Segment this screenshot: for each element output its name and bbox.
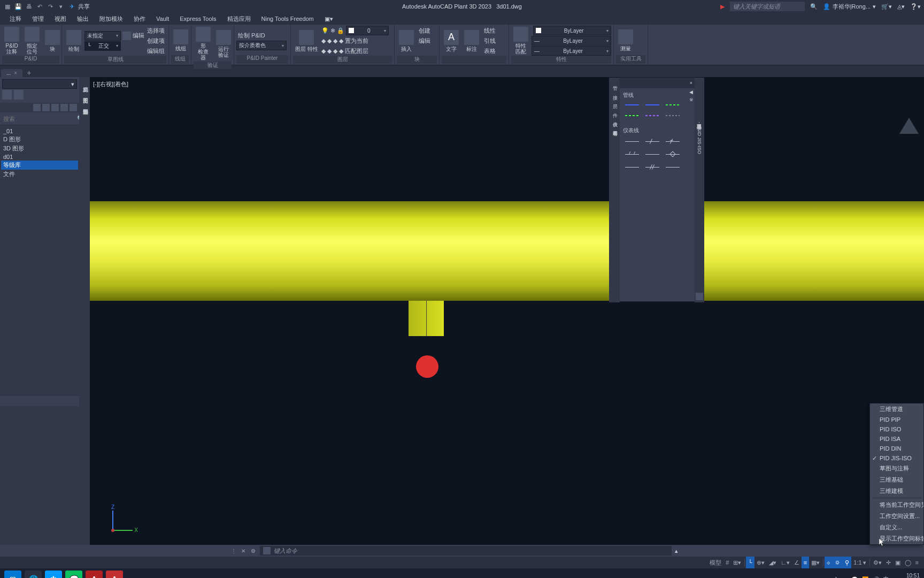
autocad-app[interactable]: A: [86, 571, 103, 578]
qat-new-icon[interactable]: ▦: [3, 2, 12, 11]
si3-icon[interactable]: [51, 104, 59, 111]
props-button[interactable]: 特性匹配: [511, 26, 530, 56]
palette-menu-icon[interactable]: ※: [689, 97, 694, 102]
ws-settings[interactable]: 工作空间设置...: [870, 511, 923, 522]
workspace-gear-icon[interactable]: ⚙▾: [871, 557, 884, 568]
ws-sketch[interactable]: 草图与注释: [870, 463, 923, 474]
tree-item[interactable]: 文件: [1, 170, 78, 179]
unspecified-combo[interactable]: 未指定▾: [84, 31, 121, 41]
tree-item[interactable]: d01: [1, 153, 78, 161]
xing-button[interactable]: 形检查器: [194, 26, 213, 62]
ws-pidjis[interactable]: PID JIS-ISO: [870, 453, 923, 463]
snap-icon[interactable]: ⊞▾: [731, 557, 743, 568]
user-account[interactable]: 👤 李裕华|Rong... ▾: [823, 3, 876, 11]
tree-item-selected[interactable]: 等级库: [1, 161, 78, 170]
tray-cloud-icon[interactable]: ☁: [842, 576, 847, 579]
osnap-icon[interactable]: ∟▾: [779, 557, 792, 568]
transparency-icon[interactable]: ▦▾: [809, 557, 822, 568]
sb-custom-icon[interactable]: ◯: [903, 557, 913, 568]
annoscale-icon[interactable]: ⛭: [833, 557, 843, 568]
palette-pin-icon[interactable]: ◀: [689, 89, 694, 95]
edit-icon[interactable]: [122, 32, 131, 40]
palette-props-icon[interactable]: [696, 293, 703, 300]
menu-express[interactable]: Express Tools: [174, 16, 221, 22]
project-tree[interactable]: _01 D 图形 3D 图形 d01 等级库 文件: [0, 125, 79, 395]
line-purple[interactable]: [645, 113, 659, 118]
edge-app[interactable]: 🌐: [25, 571, 42, 578]
ws-piddin[interactable]: PID DIN: [870, 444, 923, 453]
menu-output[interactable]: 输出: [72, 15, 94, 23]
insert-button[interactable]: 插入: [397, 29, 416, 53]
sym9[interactable]: [666, 163, 680, 171]
wechat-app[interactable]: 💬: [65, 571, 82, 578]
lineweight-combo[interactable]: —ByLayer▾: [532, 36, 611, 45]
menu-featured[interactable]: 精选应用: [222, 15, 256, 23]
annovis-icon[interactable]: ⚲: [843, 557, 851, 568]
si-search-icon[interactable]: [33, 104, 41, 111]
line-blue2[interactable]: [645, 102, 659, 108]
share-label[interactable]: 共享: [78, 3, 90, 11]
layer-bulb-icon[interactable]: 💡: [321, 27, 329, 34]
menu-annotate[interactable]: 注释: [4, 15, 27, 23]
sidebar-search[interactable]: 🔍: [0, 112, 79, 125]
sym8[interactable]: [645, 163, 659, 171]
menu-vault[interactable]: Vault: [151, 16, 174, 22]
sym6[interactable]: [666, 150, 680, 158]
search-input[interactable]: [3, 116, 77, 122]
palette-close-icon[interactable]: ×: [690, 80, 692, 86]
block-button[interactable]: 块: [43, 29, 62, 53]
ptab-pipe[interactable]: 管: [609, 78, 620, 87]
text-button[interactable]: A文字: [442, 29, 461, 53]
l5-icon[interactable]: ◆: [321, 48, 326, 55]
menu-view[interactable]: 视图: [49, 15, 72, 23]
l2-icon[interactable]: ◆: [327, 37, 332, 44]
cmd-close-icon[interactable]: ✕: [240, 547, 247, 554]
model-tab[interactable]: 模型: [707, 557, 723, 568]
layer-lock-icon[interactable]: 🔒: [337, 27, 344, 34]
app-switcher-icon[interactable]: ◬▾: [897, 3, 905, 10]
menu-ning[interactable]: Ning Tools Freedom: [256, 16, 319, 22]
cmd-handle-icon[interactable]: ⋮: [230, 547, 237, 554]
sym1[interactable]: [625, 138, 639, 145]
record-icon[interactable]: ▶: [720, 3, 725, 10]
ws-pidpip[interactable]: PID PIP: [870, 415, 923, 424]
search-icon[interactable]: 🔍: [810, 3, 818, 10]
l4-icon[interactable]: ◆: [339, 37, 343, 44]
ptab-fitting[interactable]: 接: [609, 87, 620, 96]
ws-3dpipe[interactable]: 三维管道: [870, 404, 923, 415]
ws-pidiso[interactable]: PID ISO: [870, 424, 923, 434]
ortho-toggle[interactable]: └: [746, 557, 754, 568]
otrack-icon[interactable]: ∠: [792, 557, 802, 568]
add-tab-button[interactable]: +: [22, 69, 35, 77]
tray-wifi-icon[interactable]: 📶: [862, 576, 868, 579]
qat-print-icon[interactable]: 🖶: [25, 2, 33, 11]
measure-button[interactable]: 测量: [616, 28, 635, 52]
sym5[interactable]: [645, 150, 659, 158]
viewcube[interactable]: [897, 115, 921, 138]
l3-icon[interactable]: ◆: [333, 37, 337, 44]
pid-note-button[interactable]: P&ID 注释: [2, 26, 21, 56]
qat-dropdown-icon[interactable]: ▾: [57, 2, 65, 11]
qat-save-icon[interactable]: 💾: [14, 2, 22, 11]
sb-menu-icon[interactable]: ≡: [913, 557, 921, 568]
sb-a[interactable]: ⟐: [825, 557, 833, 568]
l1-icon[interactable]: ◆: [321, 37, 326, 44]
ortho-combo[interactable]: └正交▾: [84, 41, 121, 51]
sym4[interactable]: [625, 150, 639, 158]
vtab-iso[interactable]: 等轴测图形: [79, 100, 90, 111]
run-button[interactable]: 运行验证: [214, 29, 233, 59]
menu-collab[interactable]: 协作: [128, 15, 151, 23]
ws-pidisa[interactable]: PID ISA: [870, 434, 923, 444]
tray-ime[interactable]: 中: [883, 575, 889, 578]
polar-icon[interactable]: ⊕▾: [754, 557, 767, 568]
viewport-label[interactable]: [-][右视][着色]: [93, 80, 128, 88]
l7-icon[interactable]: ◆: [333, 48, 337, 55]
sym7[interactable]: [625, 163, 639, 171]
tree-item[interactable]: 3D 图形: [1, 144, 78, 153]
scale-button[interactable]: 1:1▾: [851, 557, 868, 568]
tray-chevron-icon[interactable]: ˄: [835, 576, 837, 579]
ptab-layer[interactable]: 层: [609, 96, 620, 105]
l6-icon[interactable]: ◆: [327, 48, 332, 55]
layerprop-button[interactable]: 图层 特性: [293, 29, 320, 53]
linegroup-button[interactable]: 线组: [171, 28, 190, 52]
